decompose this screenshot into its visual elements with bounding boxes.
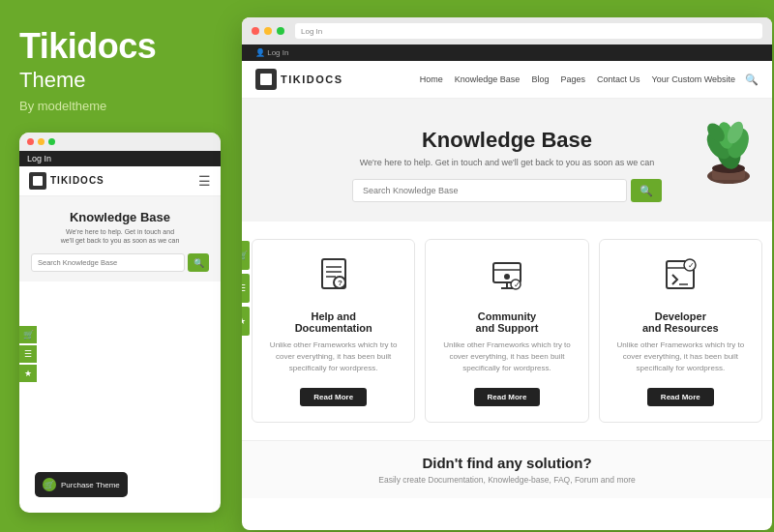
site-bottom-subtitle: Easily create Documentation, Knowledge-b… xyxy=(261,475,753,485)
nav-link-kb[interactable]: Knowledge Base xyxy=(455,74,521,84)
mockup-dot-red xyxy=(27,138,34,145)
site-logo: TIKIDOCS xyxy=(255,69,343,90)
site-hero-title: Knowledge Base xyxy=(261,128,753,153)
site-topbar: 👤 Log In xyxy=(242,44,772,61)
card-2-desc: Unlike other Frameworks which try to cov… xyxy=(437,340,576,374)
browser-chrome: Log In xyxy=(242,17,772,44)
nav-link-custom[interactable]: Your Custom Website xyxy=(651,74,735,84)
mockup-nav: TIKIDOCS ☰ xyxy=(19,166,221,196)
mobile-mockup: Log In TIKIDOCS ☰ Knowledge Base We're h… xyxy=(19,133,221,513)
site-cards: 🛒 ☰ ★ ? Help andDocumentation Unlike oth… xyxy=(242,222,772,440)
plant-svg xyxy=(695,99,762,186)
card-3-icon: ✓ xyxy=(611,255,750,301)
mockup-purchase-label: Purchase Theme xyxy=(61,481,120,489)
browser-mockup: Log In 👤 Log In TIKIDOCS Home Knowledge … xyxy=(242,17,772,530)
site-hero-subtitle: We're here to help. Get in touch and we'… xyxy=(261,158,753,167)
site-hero-search-input[interactable] xyxy=(352,179,627,202)
nav-link-pages[interactable]: Pages xyxy=(560,74,585,84)
site-logo-name: TIKIDOCS xyxy=(281,74,343,85)
strip-icon-2: ☰ xyxy=(242,274,250,303)
card-developer-resources: ✓ Developerand Resources Unlike other Fr… xyxy=(599,239,762,423)
card-2-read-more-button[interactable]: Read More xyxy=(474,388,541,406)
nav-link-home[interactable]: Home xyxy=(420,74,443,84)
plant-decoration xyxy=(695,99,762,186)
svg-text:?: ? xyxy=(338,279,342,287)
mockup-login-bar: Log In xyxy=(19,151,221,166)
site-logo-box xyxy=(255,69,277,90)
card-1-desc: Unlike other Frameworks which try to cov… xyxy=(264,340,402,374)
browser-dot-yellow xyxy=(264,27,272,35)
mockup-hero-sub: We're here to help. Get in touch andwe'l… xyxy=(31,227,209,247)
hamburger-icon[interactable]: ☰ xyxy=(198,173,211,189)
mockup-hero: Knowledge Base We're here to help. Get i… xyxy=(19,196,221,282)
card-1-icon: ? xyxy=(264,255,402,301)
mockup-search-button[interactable]: 🔍 xyxy=(188,253,209,272)
mockup-search-input[interactable] xyxy=(31,253,185,272)
mockup-search-bar: 🔍 xyxy=(31,253,209,272)
mockup-purchase-card[interactable]: 🛒 Purchase Theme xyxy=(35,472,128,497)
card-1-read-more-button[interactable]: Read More xyxy=(300,388,367,406)
strip-icon-3: ★ xyxy=(242,307,250,336)
site-logo-box-inner xyxy=(260,74,272,85)
card-2-title: Communityand Support xyxy=(437,310,576,334)
mockup-sidebar-icon-list[interactable]: ☰ xyxy=(19,345,37,363)
mockup-logo-box xyxy=(29,172,46,190)
brand-title: Tikidocs xyxy=(19,27,221,66)
browser-url-bar[interactable]: Log In xyxy=(295,23,762,39)
svg-text:✓: ✓ xyxy=(514,281,521,289)
card-3-read-more-button[interactable]: Read More xyxy=(647,388,714,406)
nav-link-blog[interactable]: Blog xyxy=(531,74,549,84)
svg-text:✓: ✓ xyxy=(688,261,695,270)
mockup-dot-green xyxy=(48,138,55,145)
nav-link-contact[interactable]: Contact Us xyxy=(597,74,640,84)
card-3-title: Developerand Resources xyxy=(611,310,750,334)
browser-dot-red xyxy=(252,27,259,35)
mockup-brand-name: TIKIDOCS xyxy=(50,175,198,186)
site-search-icon[interactable]: 🔍 xyxy=(745,74,759,86)
browser-dot-green xyxy=(277,27,284,35)
mockup-window-controls xyxy=(19,133,221,151)
card-1-title: Help andDocumentation xyxy=(264,310,402,334)
brand-subtitle: Theme xyxy=(19,68,221,93)
mockup-sidebar-icons: 🛒 ☰ ★ xyxy=(19,326,37,382)
mockup-sidebar-icon-star[interactable]: ★ xyxy=(19,365,37,382)
site-hero-search-bar: 🔍 xyxy=(352,179,662,202)
site-hero-search-button[interactable]: 🔍 xyxy=(631,179,662,202)
strip-icon-1: 🛒 xyxy=(242,241,250,270)
cards-left-strip: 🛒 ☰ ★ xyxy=(242,241,250,336)
card-help-documentation: ? Help andDocumentation Unlike other Fra… xyxy=(252,239,415,423)
brand-by: By modeltheme xyxy=(19,99,221,113)
card-2-icon: ✓ xyxy=(437,255,576,301)
site-hero: Knowledge Base We're here to help. Get i… xyxy=(242,99,772,222)
site-bottom-section: Didn't find any solution? Easily create … xyxy=(242,440,772,498)
svg-point-17 xyxy=(504,274,510,280)
site-nav-links: Home Knowledge Base Blog Pages Contact U… xyxy=(420,74,735,84)
mockup-logo-inner xyxy=(33,176,43,186)
browser-url-text: Log In xyxy=(301,27,322,36)
mockup-cart-badge-icon: 🛒 xyxy=(43,478,56,491)
mockup-hero-title: Knowledge Base xyxy=(31,210,209,224)
left-panel: Tikidocs Theme By modeltheme Log In TIKI… xyxy=(0,0,240,532)
card-community-support: ✓ Communityand Support Unlike other Fram… xyxy=(425,239,588,423)
card-3-desc: Unlike other Frameworks which try to cov… xyxy=(611,340,750,374)
topbar-login-link[interactable]: 👤 Log In xyxy=(255,48,288,57)
site-nav: TIKIDOCS Home Knowledge Base Blog Pages … xyxy=(242,61,772,99)
mockup-dot-yellow xyxy=(38,138,45,145)
site-bottom-title: Didn't find any solution? xyxy=(261,455,753,471)
mockup-sidebar-icon-cart[interactable]: 🛒 xyxy=(19,326,37,343)
